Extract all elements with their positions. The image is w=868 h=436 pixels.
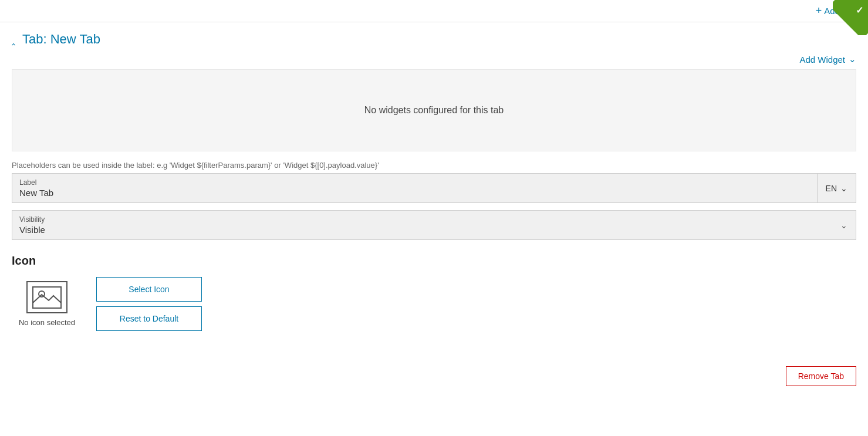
visibility-chevron-button[interactable]: ⌄ [832, 211, 856, 239]
checkmark-icon: ✓ [856, 5, 863, 16]
visibility-chevron-down-icon: ⌄ [840, 221, 847, 230]
placeholder-hint: Placeholders can be used inside the labe… [12, 161, 856, 170]
language-code: EN [826, 184, 837, 193]
empty-widgets-message: No widgets configured for this tab [364, 105, 504, 116]
tab-header: ‸ Tab: New Tab [0, 22, 868, 52]
icon-buttons: Select Icon Reset to Default [96, 277, 202, 331]
visibility-field-row: Visibility Visible ⌄ [12, 210, 856, 240]
select-icon-button[interactable]: Select Icon [96, 277, 202, 302]
remove-tab-button[interactable]: Remove Tab [786, 366, 856, 386]
remove-tab-label: Remove Tab [798, 371, 844, 381]
visibility-value: Visible [19, 225, 825, 235]
reset-to-default-label: Reset to Default [120, 314, 178, 323]
language-selector[interactable]: EN ⌄ [817, 174, 856, 202]
bottom-bar: Remove Tab [0, 354, 868, 386]
label-field-row: Label EN ⌄ [12, 173, 856, 203]
tab-title: Tab: New Tab [22, 32, 100, 47]
add-widget-row: Add Widget ⌄ [0, 52, 868, 69]
svg-rect-0 [33, 287, 61, 308]
reset-to-default-button[interactable]: Reset to Default [96, 306, 202, 331]
label-input-wrapper: Label [12, 174, 817, 202]
icon-section: Icon No icon selected Select Icon Reset … [12, 254, 856, 331]
icon-section-title: Icon [12, 254, 856, 268]
chevron-down-icon: ⌄ [849, 54, 856, 65]
visibility-wrapper: Visibility Visible [12, 211, 832, 239]
lang-chevron-down-icon: ⌄ [840, 184, 847, 193]
icon-content: No icon selected Select Icon Reset to De… [12, 277, 856, 331]
label-field-label: Label [19, 178, 810, 187]
plus-icon: + [816, 5, 822, 17]
icon-preview-area: No icon selected [12, 281, 82, 327]
chevron-up-icon: ‸ [12, 33, 15, 46]
no-icon-text: No icon selected [19, 318, 75, 327]
visibility-field-label: Visibility [19, 215, 825, 224]
collapse-button[interactable]: ‸ [12, 33, 15, 46]
icon-placeholder-box [26, 281, 67, 313]
empty-widgets-area: No widgets configured for this tab [12, 69, 856, 151]
label-input[interactable] [19, 188, 810, 198]
icon-placeholder-svg [32, 286, 62, 309]
add-widget-label: Add Widget [799, 55, 845, 65]
green-corner-badge: ✓ [833, 0, 868, 35]
select-icon-label: Select Icon [129, 285, 169, 294]
add-widget-button[interactable]: Add Widget ⌄ [799, 54, 856, 65]
top-bar: + Add Tab ✓ [0, 0, 868, 22]
